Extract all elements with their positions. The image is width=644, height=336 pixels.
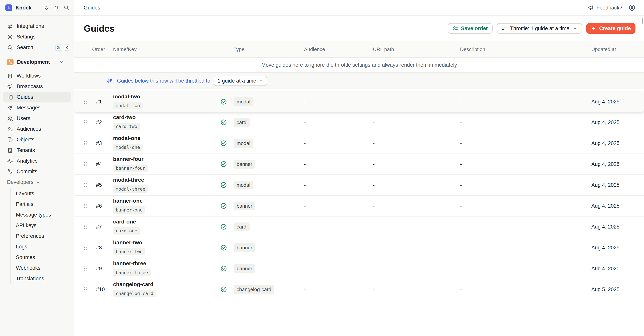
guide-order: #4 (92, 161, 113, 167)
guide-url-path: - (373, 224, 460, 230)
workspace-switcher[interactable]: k Knock (0, 0, 74, 15)
sidebar-item-api-keys[interactable]: API keys (11, 220, 74, 231)
bell-icon[interactable] (54, 5, 59, 11)
messages-icon (7, 105, 13, 111)
drag-handle-icon[interactable] (82, 161, 92, 167)
guide-key-badge: card-one (113, 227, 140, 235)
status-check-circle-icon (220, 223, 234, 230)
drag-handle-icon[interactable] (82, 182, 92, 188)
throttle-value-dropdown[interactable]: 1 guide at a time (214, 76, 267, 86)
guide-description: - (460, 99, 591, 105)
drag-handle-icon[interactable] (82, 203, 92, 209)
account-icon[interactable] (628, 4, 636, 11)
sidebar-item-analytics[interactable]: Analytics (0, 156, 74, 166)
guide-order: #5 (92, 182, 113, 188)
sidebar-item-users[interactable]: Users (0, 113, 74, 124)
sidebar-item-broadcasts[interactable]: Broadcasts (0, 81, 74, 92)
sidebar-item-settings[interactable]: Settings (0, 31, 74, 42)
sidebar-item-objects[interactable]: Objects (0, 134, 74, 145)
chevron-down-icon (573, 26, 578, 31)
guide-name: banner-two (113, 240, 220, 245)
scrollbar-thumb[interactable] (642, 18, 643, 23)
guide-url-path: - (373, 287, 460, 293)
throttle-divider-link[interactable]: Guides below this row will be throttled … (106, 78, 210, 84)
top-bar: k Knock Guides Feedback? (0, 0, 644, 16)
sidebar-item-messages[interactable]: Messages (0, 102, 74, 113)
guide-row[interactable]: #6banner-onebanner-onebanner---Aug 4, 20… (74, 196, 644, 216)
guide-url-path: - (373, 161, 460, 167)
sidebar-item-search[interactable]: Search⌘K (0, 42, 74, 53)
save-order-button[interactable]: Save order (448, 23, 493, 34)
guides-icon (7, 94, 13, 100)
drag-handle-icon[interactable] (82, 140, 92, 146)
sidebar-item-tenants[interactable]: Tenants (0, 145, 74, 156)
guide-row[interactable]: #8banner-twobanner-twobanner---Aug 4, 20… (74, 237, 644, 258)
sidebar-item-label: Commits (17, 168, 37, 174)
status-check-circle-icon (220, 119, 234, 126)
sidebar-item-audiences[interactable]: Audiences (0, 124, 74, 134)
guide-row[interactable]: #7card-onecard-onecard---Aug 4, 2025 (74, 216, 644, 237)
sidebar-item-message-types[interactable]: Message types (11, 210, 74, 220)
guide-row[interactable]: #2card-twocard-twocard---Aug 4, 2025 (74, 112, 644, 133)
sidebar-item-sources[interactable]: Sources (11, 252, 74, 263)
guide-order: #9 (92, 266, 113, 272)
guide-row[interactable]: #4banner-fourbanner-fourbanner---Aug 4, … (74, 154, 644, 175)
status-check-circle-icon (220, 140, 234, 147)
sidebar-item-label: Audiences (17, 126, 41, 132)
sidebar-item-logs[interactable]: Logs (11, 241, 74, 252)
sidebar-item-integrations[interactable]: Integrations (0, 21, 74, 31)
guide-row[interactable]: #10changelog-cardchangelog-cardchangelog… (74, 279, 644, 300)
sidebar-item-webhooks[interactable]: Webhooks (11, 263, 74, 273)
guide-audience: - (304, 161, 373, 167)
broadcasts-icon (7, 84, 13, 90)
guide-description: - (460, 203, 591, 209)
throttle-dropdown[interactable]: Throttle: 1 guide at a time (497, 23, 582, 34)
guide-row[interactable]: #1modal-twomodal-twomodal---Aug 4, 2025 (74, 91, 644, 112)
developers-section-toggle[interactable]: Developers (0, 177, 74, 187)
drag-handle-icon[interactable] (82, 119, 92, 126)
guide-type-badge: banner (234, 202, 256, 210)
sidebar: IntegrationsSettingsSearch⌘K Development… (0, 16, 74, 336)
drag-handle-icon[interactable] (82, 286, 92, 293)
environment-switcher[interactable]: Development (0, 56, 74, 68)
guide-row[interactable]: #5modal-threemodal-threemodal---Aug 4, 2… (74, 175, 644, 196)
guide-description: - (460, 266, 591, 272)
sidebar-item-translations[interactable]: Translations (11, 273, 74, 284)
guide-order: #10 (92, 287, 113, 293)
column-header-description: Description (460, 46, 591, 52)
drag-handle-icon[interactable] (82, 99, 92, 105)
guide-row[interactable]: #3modal-onemodal-onemodal---Aug 4, 2025 (74, 133, 644, 154)
guide-row[interactable]: #9banner-threebanner-threebanner---Aug 4… (74, 258, 644, 279)
guide-audience: - (304, 245, 373, 251)
guide-key-badge: card-two (113, 123, 140, 130)
guide-url-path: - (373, 99, 460, 105)
sidebar-item-label: Objects (17, 137, 34, 143)
search-icon (7, 44, 13, 51)
guide-audience: - (304, 224, 373, 230)
guide-key-badge: banner-three (113, 269, 151, 276)
guide-order: #8 (92, 245, 113, 251)
guide-order: #7 (92, 224, 113, 230)
sidebar-item-guides[interactable]: Guides (3, 92, 71, 102)
sidebar-item-commits[interactable]: Commits (0, 166, 74, 177)
users-icon (7, 115, 13, 122)
sidebar-item-preferences[interactable]: Preferences (11, 231, 74, 241)
search-icon[interactable] (64, 5, 69, 11)
sidebar-item-partials[interactable]: Partials (11, 199, 74, 210)
chevron-up-down-icon[interactable] (44, 5, 49, 10)
guide-updated-at: Aug 4, 2025 (591, 203, 644, 209)
guide-description: - (460, 161, 591, 167)
guide-description: - (460, 224, 591, 230)
sidebar-item-layouts[interactable]: Layouts (11, 188, 74, 199)
sidebar-item-workflows[interactable]: Workflows (0, 71, 74, 81)
sidebar-item-label: Analytics (17, 158, 38, 164)
drag-handle-icon[interactable] (82, 224, 92, 230)
create-guide-button[interactable]: Create guide (586, 23, 636, 34)
guide-name: changelog-card (113, 282, 220, 287)
feedback-button[interactable]: Feedback? (588, 5, 622, 11)
unthrottled-drop-zone[interactable]: Move guides here to ignore the throttle … (74, 58, 644, 73)
drag-handle-icon[interactable] (82, 265, 92, 272)
objects-icon (7, 137, 13, 143)
drag-handle-icon[interactable] (82, 245, 92, 251)
integrations-icon (7, 23, 13, 29)
